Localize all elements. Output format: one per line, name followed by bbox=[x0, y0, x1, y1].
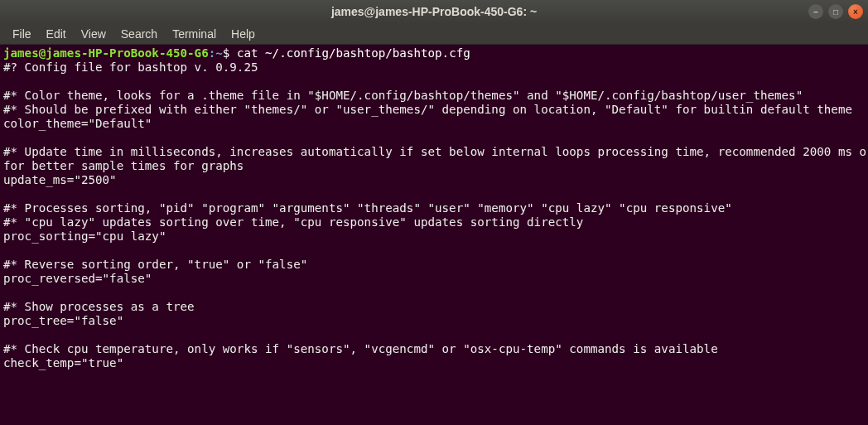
menu-view[interactable]: View bbox=[74, 25, 113, 43]
output-line: #* Check cpu temperature, only works if … bbox=[3, 342, 718, 355]
maximize-icon[interactable]: □ bbox=[828, 4, 843, 19]
minimize-icon[interactable]: – bbox=[808, 4, 823, 19]
output-line: color_theme="Default" bbox=[3, 117, 152, 130]
menu-terminal[interactable]: Terminal bbox=[165, 25, 224, 43]
menu-file[interactable]: File bbox=[5, 25, 39, 43]
menu-help[interactable]: Help bbox=[224, 25, 263, 43]
command-text: cat ~/.config/bashtop/bashtop.cfg bbox=[237, 46, 470, 60]
menu-edit[interactable]: Edit bbox=[39, 25, 74, 43]
output-line: #* Reverse sorting order, "true" or "fal… bbox=[3, 258, 307, 271]
close-icon[interactable]: × bbox=[848, 4, 863, 19]
menubar: File Edit View Search Terminal Help bbox=[0, 23, 868, 45]
output-line: #* Show processes as a tree bbox=[3, 300, 195, 313]
output-line: check_temp="true" bbox=[3, 356, 123, 369]
output-line: proc_sorting="cpu lazy" bbox=[3, 229, 166, 243]
output-line: update_ms="2500" bbox=[3, 173, 117, 186]
window-controls: – □ × bbox=[808, 4, 863, 19]
output-line: #* Update time in milliseconds, increase… bbox=[3, 145, 868, 172]
close-glyph: × bbox=[853, 7, 858, 17]
prompt-path: ~ bbox=[215, 46, 223, 60]
prompt-dollar: $ bbox=[223, 46, 237, 60]
maximize-glyph: □ bbox=[833, 7, 838, 17]
titlebar: james@james-HP-ProBook-450-G6: ~ – □ × bbox=[0, 0, 868, 23]
prompt-colon: : bbox=[209, 46, 216, 60]
window-title: james@james-HP-ProBook-450-G6: ~ bbox=[331, 5, 537, 18]
output-line: #* "cpu lazy" updates sorting over time,… bbox=[3, 215, 583, 229]
output-line: #* Processes sorting, "pid" "program" "a… bbox=[3, 201, 732, 215]
output-line: #* Color theme, looks for a .theme file … bbox=[3, 89, 803, 102]
output-line: #? Config file for bashtop v. 0.9.25 bbox=[3, 60, 258, 74]
terminal-area[interactable]: james@james-HP-ProBook-450-G6:~$ cat ~/.… bbox=[0, 45, 868, 375]
output-line: proc_reversed="false" bbox=[3, 272, 152, 285]
output-line: #* Should be prefixed with either "theme… bbox=[3, 103, 852, 116]
output-line: proc_tree="false" bbox=[3, 314, 123, 327]
prompt-userhost: james@james-HP-ProBook-450-G6 bbox=[3, 46, 209, 60]
minimize-glyph: – bbox=[813, 7, 818, 17]
menu-search[interactable]: Search bbox=[113, 25, 165, 43]
